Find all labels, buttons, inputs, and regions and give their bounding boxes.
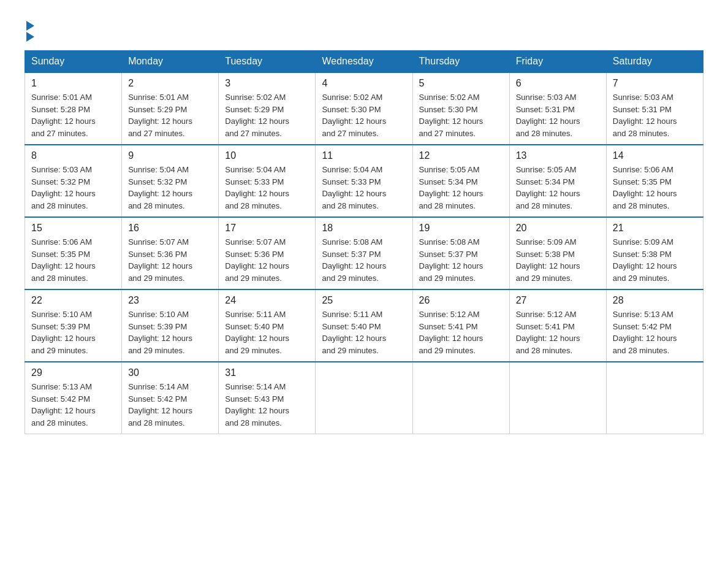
calendar-cell: 17 Sunrise: 5:07 AM Sunset: 5:36 PM Dayl… [219,217,316,289]
day-number: 17 [225,223,309,234]
day-info: Sunrise: 5:08 AM Sunset: 5:37 PM Dayligh… [322,237,386,283]
day-info: Sunrise: 5:13 AM Sunset: 5:42 PM Dayligh… [613,310,677,355]
day-info: Sunrise: 5:14 AM Sunset: 5:42 PM Dayligh… [128,382,192,427]
day-number: 14 [613,150,697,161]
day-number: 22 [31,295,115,306]
calendar-cell: 19 Sunrise: 5:08 AM Sunset: 5:37 PM Dayl… [412,217,509,289]
calendar-cell: 5 Sunrise: 5:02 AM Sunset: 5:30 PM Dayli… [412,72,509,145]
calendar-cell: 3 Sunrise: 5:02 AM Sunset: 5:29 PM Dayli… [219,72,316,145]
day-number: 9 [128,150,212,161]
calendar-cell: 24 Sunrise: 5:11 AM Sunset: 5:40 PM Dayl… [219,289,316,362]
day-info: Sunrise: 5:09 AM Sunset: 5:38 PM Dayligh… [516,237,580,283]
calendar-cell: 29 Sunrise: 5:13 AM Sunset: 5:42 PM Dayl… [25,362,122,434]
day-info: Sunrise: 5:07 AM Sunset: 5:36 PM Dayligh… [128,237,192,283]
calendar-cell: 8 Sunrise: 5:03 AM Sunset: 5:32 PM Dayli… [25,145,122,217]
day-info: Sunrise: 5:01 AM Sunset: 5:29 PM Dayligh… [128,93,192,138]
day-number: 29 [31,367,115,378]
day-of-week-header: Saturday [606,51,703,73]
calendar-cell: 13 Sunrise: 5:05 AM Sunset: 5:34 PM Dayl… [509,145,606,217]
calendar-cell: 14 Sunrise: 5:06 AM Sunset: 5:35 PM Dayl… [606,145,703,217]
day-number: 28 [613,295,697,306]
day-info: Sunrise: 5:13 AM Sunset: 5:42 PM Dayligh… [31,382,96,427]
calendar-week-row: 8 Sunrise: 5:03 AM Sunset: 5:32 PM Dayli… [25,145,703,217]
calendar-cell: 16 Sunrise: 5:07 AM Sunset: 5:36 PM Dayl… [122,217,219,289]
day-number: 27 [516,295,600,306]
calendar-cell: 22 Sunrise: 5:10 AM Sunset: 5:39 PM Dayl… [25,289,122,362]
calendar-table: SundayMondayTuesdayWednesdayThursdayFrid… [25,50,703,434]
day-info: Sunrise: 5:07 AM Sunset: 5:36 PM Dayligh… [225,237,289,283]
calendar-cell: 26 Sunrise: 5:12 AM Sunset: 5:41 PM Dayl… [412,289,509,362]
day-number: 25 [322,295,406,306]
day-of-week-header: Sunday [25,51,122,73]
calendar-cell: 12 Sunrise: 5:05 AM Sunset: 5:34 PM Dayl… [412,145,509,217]
day-info: Sunrise: 5:03 AM Sunset: 5:31 PM Dayligh… [516,93,580,138]
day-info: Sunrise: 5:14 AM Sunset: 5:43 PM Dayligh… [225,382,289,427]
calendar-cell: 4 Sunrise: 5:02 AM Sunset: 5:30 PM Dayli… [316,72,412,145]
calendar-cell: 7 Sunrise: 5:03 AM Sunset: 5:31 PM Dayli… [606,72,703,145]
day-number: 16 [128,223,212,234]
day-number: 18 [322,223,406,234]
day-info: Sunrise: 5:01 AM Sunset: 5:28 PM Dayligh… [31,93,96,138]
calendar-cell [509,362,606,434]
day-info: Sunrise: 5:06 AM Sunset: 5:35 PM Dayligh… [31,237,96,283]
calendar-cell [606,362,703,434]
logo [25,18,34,42]
calendar-cell: 2 Sunrise: 5:01 AM Sunset: 5:29 PM Dayli… [122,72,219,145]
day-info: Sunrise: 5:11 AM Sunset: 5:40 PM Dayligh… [322,310,386,355]
day-info: Sunrise: 5:03 AM Sunset: 5:32 PM Dayligh… [31,165,96,210]
day-number: 5 [419,78,503,89]
day-number: 12 [419,150,503,161]
page-header [25,18,703,42]
day-number: 2 [128,78,212,89]
calendar-cell: 23 Sunrise: 5:10 AM Sunset: 5:39 PM Dayl… [122,289,219,362]
calendar-cell: 10 Sunrise: 5:04 AM Sunset: 5:33 PM Dayl… [219,145,316,217]
calendar-cell: 28 Sunrise: 5:13 AM Sunset: 5:42 PM Dayl… [606,289,703,362]
calendar-week-row: 15 Sunrise: 5:06 AM Sunset: 5:35 PM Dayl… [25,217,703,289]
day-number: 13 [516,150,600,161]
calendar-cell: 15 Sunrise: 5:06 AM Sunset: 5:35 PM Dayl… [25,217,122,289]
calendar-cell: 11 Sunrise: 5:04 AM Sunset: 5:33 PM Dayl… [316,145,412,217]
day-number: 8 [31,150,115,161]
day-info: Sunrise: 5:08 AM Sunset: 5:37 PM Dayligh… [419,237,483,283]
day-of-week-header: Tuesday [219,51,316,73]
calendar-cell: 27 Sunrise: 5:12 AM Sunset: 5:41 PM Dayl… [509,289,606,362]
day-of-week-header: Wednesday [316,51,412,73]
day-info: Sunrise: 5:12 AM Sunset: 5:41 PM Dayligh… [516,310,580,355]
day-info: Sunrise: 5:04 AM Sunset: 5:33 PM Dayligh… [225,165,289,210]
day-number: 6 [516,78,600,89]
day-info: Sunrise: 5:04 AM Sunset: 5:32 PM Dayligh… [128,165,192,210]
day-info: Sunrise: 5:06 AM Sunset: 5:35 PM Dayligh… [613,165,677,210]
day-info: Sunrise: 5:11 AM Sunset: 5:40 PM Dayligh… [225,310,289,355]
day-info: Sunrise: 5:10 AM Sunset: 5:39 PM Dayligh… [31,310,96,355]
day-number: 23 [128,295,212,306]
day-of-week-header: Monday [122,51,219,73]
day-number: 1 [31,78,115,89]
day-number: 20 [516,223,600,234]
calendar-cell [316,362,412,434]
calendar-header-row: SundayMondayTuesdayWednesdayThursdayFrid… [25,51,703,73]
calendar-cell: 1 Sunrise: 5:01 AM Sunset: 5:28 PM Dayli… [25,72,122,145]
day-number: 10 [225,150,309,161]
calendar-cell: 20 Sunrise: 5:09 AM Sunset: 5:38 PM Dayl… [509,217,606,289]
day-of-week-header: Friday [509,51,606,73]
day-number: 31 [225,367,309,378]
day-info: Sunrise: 5:02 AM Sunset: 5:29 PM Dayligh… [225,93,289,138]
day-number: 19 [419,223,503,234]
day-number: 26 [419,295,503,306]
day-number: 4 [322,78,406,89]
calendar-cell: 21 Sunrise: 5:09 AM Sunset: 5:38 PM Dayl… [606,217,703,289]
day-number: 3 [225,78,309,89]
calendar-cell [412,362,509,434]
day-info: Sunrise: 5:02 AM Sunset: 5:30 PM Dayligh… [322,93,386,138]
calendar-week-row: 1 Sunrise: 5:01 AM Sunset: 5:28 PM Dayli… [25,72,703,145]
calendar-cell: 9 Sunrise: 5:04 AM Sunset: 5:32 PM Dayli… [122,145,219,217]
day-info: Sunrise: 5:10 AM Sunset: 5:39 PM Dayligh… [128,310,192,355]
day-info: Sunrise: 5:02 AM Sunset: 5:30 PM Dayligh… [419,93,483,138]
calendar-cell: 6 Sunrise: 5:03 AM Sunset: 5:31 PM Dayli… [509,72,606,145]
day-of-week-header: Thursday [412,51,509,73]
day-number: 15 [31,223,115,234]
calendar-cell: 18 Sunrise: 5:08 AM Sunset: 5:37 PM Dayl… [316,217,412,289]
day-info: Sunrise: 5:05 AM Sunset: 5:34 PM Dayligh… [419,165,483,210]
day-number: 30 [128,367,212,378]
calendar-cell: 31 Sunrise: 5:14 AM Sunset: 5:43 PM Dayl… [219,362,316,434]
